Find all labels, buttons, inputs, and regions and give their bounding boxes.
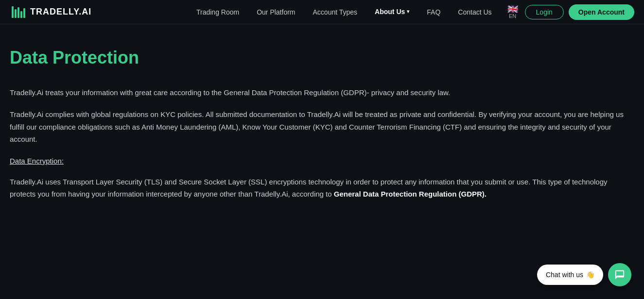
flag-icon: 🇬🇧	[507, 5, 518, 14]
logo[interactable]: TRADELLY.AI	[10, 3, 91, 21]
chat-label: Chat with us	[546, 269, 583, 280]
nav-item-faq[interactable]: FAQ	[418, 6, 449, 18]
nav-link-trading-room[interactable]: Trading Room	[188, 8, 248, 16]
nav-link-faq[interactable]: FAQ	[418, 8, 449, 16]
chat-bubble[interactable]: Chat with us 👋	[537, 265, 603, 285]
paragraph-3-bold: General Data Protection Regulation (GDPR…	[334, 190, 487, 198]
nav-item-contact-us[interactable]: Contact Us	[449, 6, 500, 18]
nav-item-trading-room[interactable]: Trading Room	[188, 6, 248, 18]
nav-item-about-us[interactable]: About Us ▾	[366, 6, 418, 17]
chat-open-button[interactable]	[608, 263, 631, 286]
section-heading-encryption: Data Encryption:	[10, 155, 634, 167]
nav-link-contact-us[interactable]: Contact Us	[449, 8, 500, 16]
main-content: Data Protection Tradelly.Ai treats your …	[0, 24, 644, 220]
language-selector[interactable]: 🇬🇧 EN	[507, 5, 518, 19]
nav-link-account-types[interactable]: Account Types	[304, 8, 366, 16]
nav-item-account-types[interactable]: Account Types	[304, 6, 366, 18]
nav-item-our-platform[interactable]: Our Platform	[248, 6, 304, 18]
login-button[interactable]: Login	[525, 5, 564, 19]
svg-rect-2	[15, 9, 17, 18]
svg-rect-5	[23, 8, 25, 18]
logo-text: TRADELLY.AI	[30, 5, 91, 19]
paragraph-3-text: Tradelly.Ai uses Transport Layer Securit…	[10, 178, 608, 199]
svg-rect-1	[12, 6, 14, 18]
chat-icon	[614, 269, 625, 280]
chevron-down-icon: ▾	[407, 8, 409, 16]
open-account-button[interactable]: Open Account	[569, 4, 634, 20]
svg-rect-4	[20, 11, 22, 18]
page-title: Data Protection	[10, 44, 634, 72]
chat-widget: Chat with us 👋	[537, 263, 631, 286]
paragraph-1: Tradelly.Ai treats your information with…	[10, 86, 634, 99]
nav-link-our-platform[interactable]: Our Platform	[248, 8, 304, 16]
chat-emoji: 👋	[586, 269, 594, 280]
svg-rect-3	[17, 7, 19, 18]
paragraph-2: Tradelly.Ai complies with global regulat…	[10, 108, 634, 146]
nav-links: Trading Room Our Platform Account Types …	[188, 6, 501, 18]
navbar: TRADELLY.AI Trading Room Our Platform Ac…	[0, 0, 644, 24]
paragraph-3: Tradelly.Ai uses Transport Layer Securit…	[10, 176, 634, 200]
nav-link-about-us[interactable]: About Us ▾	[366, 6, 418, 17]
lang-code: EN	[509, 14, 516, 19]
